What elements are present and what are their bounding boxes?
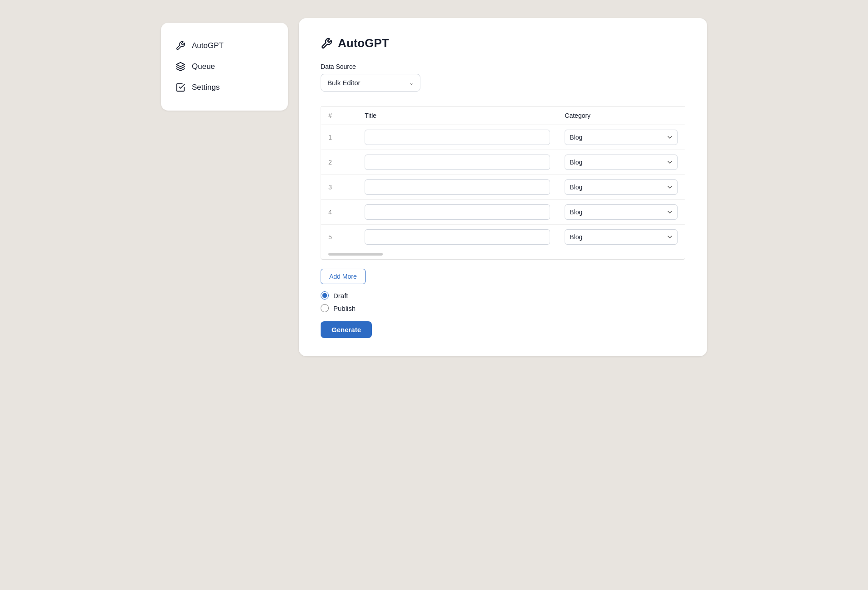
main-wrench-icon bbox=[321, 38, 332, 49]
content-table: # Title Category 1BlogNewsTutorialReview… bbox=[321, 106, 685, 249]
table-header: # Title Category bbox=[321, 106, 685, 125]
layers-icon bbox=[176, 62, 185, 72]
sidebar-queue-label: Queue bbox=[192, 62, 215, 71]
sidebar-item-autogpt[interactable]: AutoGPT bbox=[172, 35, 277, 56]
sidebar-autogpt-label: AutoGPT bbox=[192, 41, 224, 50]
svg-marker-0 bbox=[176, 63, 185, 67]
title-input[interactable] bbox=[365, 155, 550, 170]
status-radio-group: Draft Publish bbox=[321, 291, 685, 312]
table-row: 2BlogNewsTutorialReview bbox=[321, 150, 685, 175]
category-select[interactable]: BlogNewsTutorialReview bbox=[565, 179, 678, 195]
datasource-section: Data Source Bulk Editor ⌄ bbox=[321, 63, 685, 92]
row-num: 1 bbox=[321, 125, 357, 150]
table-body: 1BlogNewsTutorialReview2BlogNewsTutorial… bbox=[321, 125, 685, 250]
main-header: AutoGPT bbox=[321, 36, 685, 50]
title-input[interactable] bbox=[365, 204, 550, 220]
table-row: 4BlogNewsTutorialReview bbox=[321, 200, 685, 225]
main-panel: AutoGPT Data Source Bulk Editor ⌄ # Titl… bbox=[299, 18, 707, 356]
radio-draft-label: Draft bbox=[333, 292, 348, 300]
row-num: 4 bbox=[321, 200, 357, 225]
page-title: AutoGPT bbox=[338, 36, 389, 50]
check-square-icon bbox=[176, 82, 185, 92]
sidebar-item-settings[interactable]: Settings bbox=[172, 77, 277, 98]
table-row: 1BlogNewsTutorialReview bbox=[321, 125, 685, 150]
row-category-cell: BlogNewsTutorialReview bbox=[557, 125, 685, 150]
category-select[interactable]: BlogNewsTutorialReview bbox=[565, 155, 678, 170]
row-num: 5 bbox=[321, 225, 357, 250]
chevron-down-icon: ⌄ bbox=[409, 80, 414, 86]
datasource-select[interactable]: Bulk Editor ⌄ bbox=[321, 74, 420, 92]
radio-draft[interactable] bbox=[321, 291, 329, 300]
datasource-value: Bulk Editor bbox=[327, 79, 361, 87]
add-more-button[interactable]: Add More bbox=[321, 269, 366, 284]
col-header-category: Category bbox=[557, 106, 685, 125]
sidebar-item-queue[interactable]: Queue bbox=[172, 56, 277, 77]
table-row: 5BlogNewsTutorialReview bbox=[321, 225, 685, 250]
sidebar: AutoGPT Queue Settings bbox=[161, 23, 288, 111]
category-select[interactable]: BlogNewsTutorialReview bbox=[565, 130, 678, 145]
title-input[interactable] bbox=[365, 229, 550, 245]
radio-option-draft[interactable]: Draft bbox=[321, 291, 685, 300]
row-category-cell: BlogNewsTutorialReview bbox=[557, 175, 685, 200]
bulk-editor-table: # Title Category 1BlogNewsTutorialReview… bbox=[321, 106, 685, 260]
wrench-icon bbox=[176, 41, 185, 51]
row-num: 3 bbox=[321, 175, 357, 200]
generate-button[interactable]: Generate bbox=[321, 321, 372, 338]
table-scroll-area[interactable]: # Title Category 1BlogNewsTutorialReview… bbox=[321, 106, 685, 249]
title-input[interactable] bbox=[365, 179, 550, 195]
row-category-cell: BlogNewsTutorialReview bbox=[557, 150, 685, 175]
title-input[interactable] bbox=[365, 130, 550, 145]
row-num: 2 bbox=[321, 150, 357, 175]
col-header-title: Title bbox=[357, 106, 557, 125]
radio-option-publish[interactable]: Publish bbox=[321, 304, 685, 312]
row-title-cell bbox=[357, 225, 557, 250]
radio-publish-label: Publish bbox=[333, 305, 356, 312]
row-category-cell: BlogNewsTutorialReview bbox=[557, 225, 685, 250]
row-title-cell bbox=[357, 125, 557, 150]
sidebar-settings-label: Settings bbox=[192, 83, 219, 92]
datasource-label: Data Source bbox=[321, 63, 685, 70]
category-select[interactable]: BlogNewsTutorialReview bbox=[565, 204, 678, 220]
category-select[interactable]: BlogNewsTutorialReview bbox=[565, 229, 678, 245]
col-header-num: # bbox=[321, 106, 357, 125]
row-title-cell bbox=[357, 200, 557, 225]
row-title-cell bbox=[357, 150, 557, 175]
sidebar-nav: AutoGPT Queue Settings bbox=[172, 35, 277, 98]
table-row: 3BlogNewsTutorialReview bbox=[321, 175, 685, 200]
scrollbar-indicator bbox=[328, 253, 383, 256]
row-category-cell: BlogNewsTutorialReview bbox=[557, 200, 685, 225]
radio-publish[interactable] bbox=[321, 304, 329, 312]
row-title-cell bbox=[357, 175, 557, 200]
